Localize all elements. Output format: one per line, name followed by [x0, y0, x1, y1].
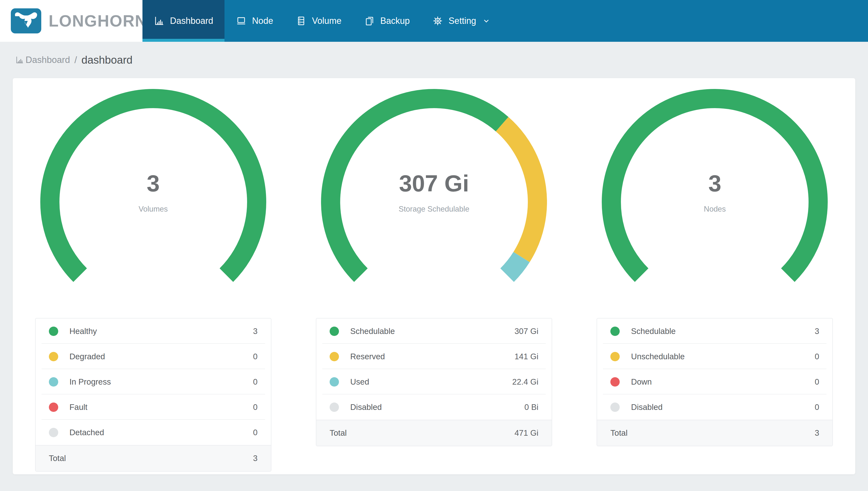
legend-row: Detached0: [36, 420, 271, 445]
nav-item-setting[interactable]: Setting: [421, 0, 502, 42]
gray-status-dot: [49, 428, 58, 437]
green-status-dot: [330, 326, 339, 336]
legend-row: Disabled0: [597, 395, 832, 420]
red-status-dot: [49, 403, 58, 412]
legend-row-label: Disabled: [631, 403, 815, 412]
gauge-label: Nodes: [602, 205, 828, 213]
legend-table: Healthy3Degraded0In Progress0Fault0Detac…: [35, 318, 271, 471]
legend-row: Degraded0: [36, 344, 271, 369]
legend-row: Reserved141 Gi: [316, 344, 552, 369]
nav-item-backup[interactable]: Backup: [353, 0, 421, 42]
legend-total-row: Total3: [597, 420, 832, 446]
yellow-status-dot: [49, 352, 58, 361]
legend-row-value: 0: [815, 403, 832, 412]
gauge-chart: 3Nodes: [602, 89, 828, 286]
legend-row-label: Detached: [69, 428, 253, 437]
gauge-center-text: 3Nodes: [602, 170, 828, 213]
legend-row-value: 22.4 Gi: [513, 377, 552, 386]
red-status-dot: [610, 377, 620, 386]
legend-total-value: 3: [815, 428, 832, 438]
nav-item-label: Volume: [312, 16, 341, 26]
breadcrumb: Dashboard / dashboard: [0, 42, 868, 78]
legend-row-value: 3: [815, 326, 832, 336]
legend-row-label: In Progress: [69, 377, 253, 386]
legend-row-label: Unschedulable: [631, 352, 815, 361]
legend-row-value: 0: [815, 377, 832, 386]
legend-row-value: 0: [253, 377, 271, 386]
legend-total-label: Total: [36, 454, 253, 463]
legend-row: Unschedulable0: [597, 344, 832, 369]
legend-row: Used22.4 Gi: [316, 369, 552, 395]
legend-row: Disabled0 Bi: [316, 395, 552, 420]
teal-status-dot: [330, 377, 339, 386]
legend-row: Schedulable307 Gi: [316, 318, 552, 344]
nav-item-label: Backup: [380, 16, 410, 26]
gauge-chart: 307 GiStorage Schedulable: [321, 89, 547, 286]
legend-row: Schedulable3: [597, 318, 832, 344]
legend-table: Schedulable307 GiReserved141 GiUsed22.4 …: [316, 318, 552, 446]
legend-row-label: Healthy: [69, 326, 253, 336]
longhorn-bull-icon: [11, 8, 41, 33]
legend-table: Schedulable3Unschedulable0Down0Disabled0…: [597, 318, 833, 446]
legend-row: Fault0: [36, 395, 271, 420]
gauge-value: 3: [602, 170, 828, 197]
top-navbar: LONGHORN DashboardNodeVolumeBackupSettin…: [0, 0, 868, 42]
yellow-status-dot: [610, 352, 620, 361]
nav-item-label: Setting: [448, 16, 476, 26]
longhorn-logo[interactable]: LONGHORN: [0, 0, 143, 42]
gray-status-dot: [330, 403, 339, 412]
gauge-center-text: 307 GiStorage Schedulable: [321, 170, 547, 213]
dashboard-card: 3VolumesHealthy3Degraded0In Progress0Fau…: [13, 78, 855, 474]
nav-item-label: Dashboard: [170, 16, 213, 26]
storage-icon: [296, 16, 307, 26]
green-status-dot: [610, 326, 620, 336]
gear-icon: [432, 16, 443, 26]
legend-total-label: Total: [597, 428, 815, 438]
legend-row: Down0: [597, 369, 832, 395]
gauge-label: Volumes: [40, 205, 266, 213]
gauge-center-text: 3Volumes: [40, 170, 266, 213]
yellow-status-dot: [330, 352, 339, 361]
gauge-label: Storage Schedulable: [321, 205, 547, 213]
nav-item-label: Node: [252, 16, 273, 26]
panel-volumes: 3VolumesHealthy3Degraded0In Progress0Fau…: [13, 89, 293, 474]
bar-chart-icon: [15, 56, 24, 64]
legend-row-label: Down: [631, 377, 815, 386]
breadcrumb-section[interactable]: Dashboard: [26, 55, 70, 65]
legend-row-label: Reserved: [350, 352, 515, 361]
nav-item-dashboard[interactable]: Dashboard: [143, 0, 224, 42]
panel-storage-schedulable: 307 GiStorage SchedulableSchedulable307 …: [293, 89, 574, 474]
gray-status-dot: [610, 403, 620, 412]
chevron-down-icon: [482, 17, 491, 25]
legend-total-value: 471 Gi: [515, 428, 552, 438]
nav-item-volume[interactable]: Volume: [284, 0, 353, 42]
brand-text: LONGHORN: [49, 11, 147, 30]
green-status-dot: [49, 326, 58, 336]
legend-row-value: 0: [253, 428, 271, 437]
legend-total-row: Total471 Gi: [316, 420, 552, 446]
main-menu: DashboardNodeVolumeBackupSetting: [143, 0, 868, 42]
legend-row: In Progress0: [36, 369, 271, 395]
legend-row-value: 0: [815, 352, 832, 361]
legend-row-value: 3: [253, 326, 271, 336]
gauge-chart: 3Volumes: [40, 89, 266, 286]
legend-row-label: Degraded: [69, 352, 253, 361]
panel-nodes: 3NodesSchedulable3Unschedulable0Down0Dis…: [575, 89, 855, 474]
legend-row-value: 0: [253, 403, 271, 412]
laptop-icon: [236, 16, 247, 26]
legend-row-value: 0 Bi: [524, 403, 552, 412]
teal-status-dot: [49, 377, 58, 386]
gauge-segment-used: [507, 257, 522, 275]
legend-row-label: Used: [350, 377, 513, 386]
legend-total-row: Total3: [36, 445, 271, 471]
gauge-value: 307 Gi: [321, 170, 547, 197]
legend-row-value: 307 Gi: [515, 326, 552, 336]
nav-item-node[interactable]: Node: [224, 0, 284, 42]
gauge-value: 3: [40, 170, 266, 197]
legend-row-label: Disabled: [350, 403, 524, 412]
backup-icon: [364, 16, 375, 26]
breadcrumb-current: dashboard: [82, 54, 133, 66]
legend-row-label: Schedulable: [350, 326, 515, 336]
legend-row-label: Fault: [69, 403, 253, 412]
legend-total-value: 3: [253, 454, 271, 463]
